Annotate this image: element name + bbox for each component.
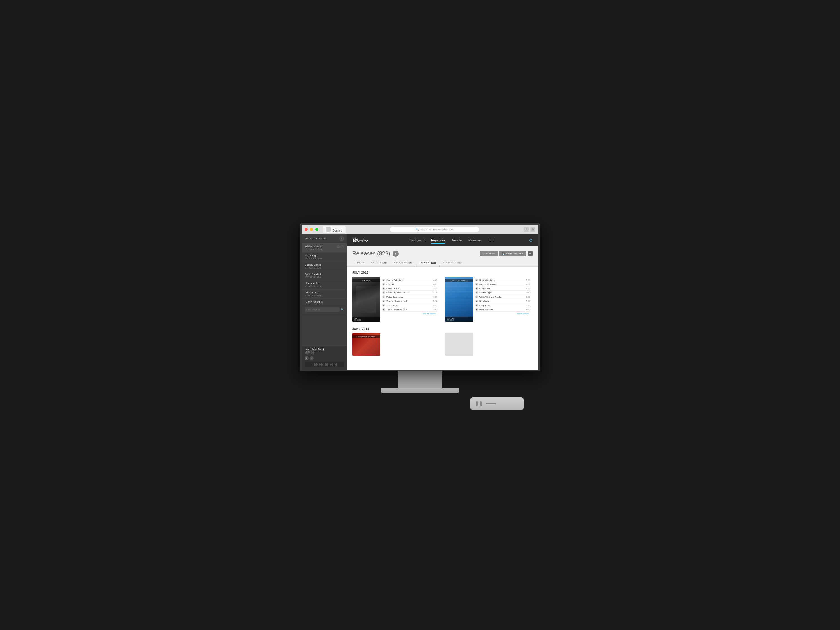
- share-icon[interactable]: ⬆: [524, 227, 529, 232]
- app-container: MY PLAYLISTS + Adidas Shortlist 13 TRACK…: [302, 234, 538, 369]
- next-button[interactable]: ⏭: [309, 356, 314, 360]
- playlist-name: "Wild" Songs: [305, 291, 344, 294]
- album-artwork-bw: [352, 277, 380, 322]
- tab-tracks[interactable]: TRACKS 100: [416, 260, 439, 266]
- track-duration: 5:27: [526, 300, 531, 302]
- filter-search-icon: 🔍: [341, 308, 344, 311]
- mac-mini-bar: [486, 403, 496, 404]
- track-play-button[interactable]: ▶: [382, 279, 385, 281]
- track-play-button[interactable]: ▶: [475, 287, 478, 290]
- playlist-item-many[interactable]: "Many" Shortlist: [302, 299, 347, 305]
- track-duration: 4:09: [433, 296, 437, 298]
- pause-button[interactable]: ⏸: [305, 356, 309, 360]
- and-others-link[interactable]: and 6 others...: [475, 313, 531, 315]
- track-name: Johnny Delusional: [387, 279, 432, 281]
- waveform-bar: [322, 364, 322, 366]
- minimize-button[interactable]: [310, 228, 313, 231]
- playlist-more-icon[interactable]: +: [341, 245, 344, 248]
- playlist-item-wild[interactable]: "Wild" Songs 2 TRACKS / 23m: [302, 289, 347, 299]
- saved-filters-button[interactable]: 💾 SAVED FILTERS: [499, 251, 526, 256]
- album-tracklist-ffs: ▶ Johnny Delusional 4:45 ▶ Call Girl: [380, 277, 440, 322]
- waveform-bar: [314, 363, 315, 366]
- tab-artists[interactable]: ARTISTS 25: [368, 260, 391, 266]
- track-play-button[interactable]: ▶: [382, 295, 385, 298]
- playlist-name: "Many" Shortlist: [305, 300, 344, 303]
- tab-playlists[interactable]: PLAYLISTS 14: [440, 260, 465, 266]
- track-play-button[interactable]: ▶: [475, 279, 478, 281]
- refresh-icon[interactable]: ↻: [531, 227, 535, 232]
- monitor-screen: Domino 🔍 Search or enter website name ⬆ …: [300, 223, 540, 371]
- track-play-button[interactable]: ▶: [475, 300, 478, 302]
- stand-neck: [398, 371, 442, 388]
- browser-actions: ⬆ ↻: [524, 227, 535, 232]
- playlist-item-adidas[interactable]: Adidas Shortlist 13 TRACKS / 53m … +: [302, 243, 347, 253]
- tab-label: Domino: [333, 229, 342, 232]
- track-duration: 5:56: [433, 300, 437, 302]
- album-cover-lambchop: WHY MAKE SENSE Lambchop JUL 2015: [445, 277, 473, 322]
- tab-fresh[interactable]: FRESH: [352, 260, 368, 266]
- filters-button[interactable]: ⚙ FILTERS: [480, 251, 497, 256]
- nav-more-icon[interactable]: ⋮⋮: [488, 237, 496, 243]
- track-duration: 4:45: [433, 279, 437, 281]
- playlist-item-apple[interactable]: Apple Shortlist 9 TRACKS / 10m: [302, 271, 347, 280]
- track-name: White Wine and Fried...: [479, 296, 525, 298]
- playlist-item-tide[interactable]: Tide Shortlist 5 TRACKS / 15m: [302, 280, 347, 289]
- track-play-button[interactable]: ▶: [382, 287, 385, 290]
- tab-releases[interactable]: RELEASES 10: [390, 260, 416, 266]
- track-play-button[interactable]: ▶: [382, 304, 385, 306]
- tracks-badge: 100: [431, 262, 436, 264]
- playlist-item-cheesy[interactable]: Cheesy Songs 2 TRACKS / 10m: [302, 262, 347, 271]
- album-title-banner: NITE FORMS BIG BAND: [352, 335, 380, 338]
- track-play-button[interactable]: ▶: [475, 304, 478, 306]
- releases-play-button[interactable]: ▶: [393, 251, 399, 257]
- track-play-button[interactable]: ▶: [382, 308, 385, 311]
- releases-tabs: FRESH ARTISTS 25 RELEASES 10: [352, 260, 532, 266]
- track-play-button[interactable]: ▶: [382, 283, 385, 286]
- nav-item-dashboard[interactable]: Dashboard: [409, 237, 425, 243]
- address-bar-container: 🔍 Search or enter website name: [348, 227, 521, 232]
- search-icon: 🔍: [415, 228, 418, 231]
- track-play-button[interactable]: ▶: [382, 291, 385, 294]
- track-play-button[interactable]: ▶: [382, 300, 385, 302]
- address-bar[interactable]: 🔍 Search or enter website name: [390, 227, 479, 232]
- track-play-button[interactable]: ▶: [475, 283, 478, 286]
- waveform-bar: [323, 363, 324, 367]
- album-card-lambchop: WHY MAKE SENSE Lambchop JUL 2015: [445, 277, 532, 322]
- sidebar-header: MY PLAYLISTS +: [302, 234, 347, 243]
- nav-item-people[interactable]: People: [452, 237, 462, 243]
- and-others-link[interactable]: and 15 others...: [382, 313, 437, 315]
- track-row: ▶ Love Is the Future 4:31: [475, 282, 531, 286]
- add-filter-button[interactable]: +: [527, 251, 532, 256]
- playlist-info: Tide Shortlist 5 TRACKS / 15m: [305, 282, 344, 287]
- track-name: So Desu Ne: [387, 304, 432, 306]
- playlist-item-sad[interactable]: Sad Songs 43 TRACKS / 4.8h: [302, 253, 347, 262]
- stand-base: [381, 388, 459, 393]
- track-play-button[interactable]: ▶: [475, 291, 478, 294]
- month-label: JULY 2015: [352, 271, 532, 274]
- playlist-info: Apple Shortlist 9 TRACKS / 10m: [305, 273, 344, 278]
- album-label: Lambchop JUL 2015: [445, 317, 473, 322]
- playlist-edit-icon[interactable]: …: [336, 245, 340, 248]
- track-duration: 4:39: [433, 292, 437, 294]
- waveform-bar: [330, 363, 330, 366]
- browser-tab[interactable]: Domino: [323, 226, 346, 233]
- maximize-button[interactable]: [315, 228, 318, 231]
- nav-item-releases[interactable]: Releases: [469, 237, 482, 243]
- sidebar: MY PLAYLISTS + Adidas Shortlist 13 TRACK…: [302, 234, 347, 369]
- track-play-button[interactable]: ▶: [475, 295, 478, 298]
- track-duration: 6:45: [526, 308, 531, 311]
- close-button[interactable]: [305, 228, 308, 231]
- search-icon[interactable]: ⊙: [529, 238, 532, 243]
- add-playlist-button[interactable]: +: [339, 236, 344, 241]
- content-area[interactable]: Releases (829) ▶ ⚙ FILTERS: [347, 246, 538, 369]
- now-playing-artist: Disclosure: [305, 351, 344, 353]
- save-icon: 💾: [502, 252, 505, 255]
- port-1: [476, 401, 478, 406]
- track-row: ▶ Huarache Lights 5:29: [475, 278, 531, 282]
- mac-mini: [471, 397, 524, 410]
- waveform-bar: [319, 363, 319, 366]
- track-play-button[interactable]: ▶: [475, 308, 478, 311]
- playlist-name: Cheesy Songs: [305, 264, 344, 266]
- filter-playlists-input[interactable]: [305, 308, 339, 312]
- nav-item-repertoire[interactable]: Repertoire: [431, 237, 445, 243]
